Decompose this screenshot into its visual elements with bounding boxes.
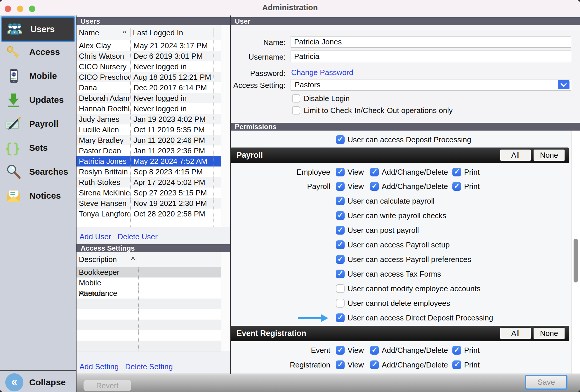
users-panel-header: Users bbox=[77, 17, 230, 25]
event-registration-all-button[interactable]: All bbox=[500, 328, 531, 339]
table-row[interactable]: CICO PreschoolAug 18 2015 12:21 PM bbox=[77, 72, 221, 82]
delete-user-link[interactable]: Delete User bbox=[117, 232, 157, 241]
envelope-icon bbox=[5, 188, 22, 204]
download-arrow-icon bbox=[5, 92, 22, 108]
sidebar-item-label: Notices bbox=[29, 191, 61, 201]
svg-text:}: } bbox=[14, 141, 19, 155]
deposit-processing-checkbox[interactable] bbox=[336, 135, 345, 144]
sidebar-item-users[interactable]: Users bbox=[1, 16, 75, 42]
table-row[interactable]: Hannah RoethleNever logged in bbox=[77, 103, 221, 114]
svg-text:{: { bbox=[6, 141, 11, 155]
table-row[interactable]: Steve HansenNov 19 2021 2:30 PM bbox=[77, 198, 221, 209]
list-item[interactable] bbox=[77, 299, 221, 309]
key-icon bbox=[5, 44, 22, 60]
disable-login-checkbox[interactable] bbox=[292, 94, 300, 103]
table-row[interactable]: Pastor DeanJan 11 2023 2:36 PM bbox=[77, 145, 221, 156]
description-column-header[interactable]: Description^ bbox=[77, 255, 139, 264]
access-setting-dropdown[interactable]: Pastors bbox=[291, 79, 571, 91]
event-print-checkbox[interactable] bbox=[452, 346, 461, 355]
event-acd-checkbox[interactable] bbox=[370, 346, 379, 355]
event-view-checkbox[interactable] bbox=[336, 346, 345, 355]
list-item[interactable] bbox=[77, 309, 221, 320]
table-row[interactable]: Tonya LangfordOct 28 2020 2:58 PM bbox=[77, 209, 221, 219]
permissions-header: Permissions bbox=[231, 123, 580, 131]
table-row[interactable]: Judy JamesJan 19 2023 4:02 PM bbox=[77, 114, 221, 124]
add-setting-link[interactable]: Add Setting bbox=[79, 362, 119, 371]
collapse-button[interactable]: « bbox=[5, 373, 23, 391]
table-row[interactable]: Roslyn BrittainSep 8 2023 4:15 PM bbox=[77, 166, 221, 177]
user-panel-header: User bbox=[231, 17, 580, 25]
registration-view-checkbox[interactable] bbox=[336, 360, 345, 369]
last-logged-in-column-header[interactable]: Last Logged In bbox=[131, 28, 213, 37]
save-button[interactable]: Save bbox=[526, 376, 566, 388]
list-item[interactable] bbox=[77, 330, 221, 341]
list-item[interactable]: Bookkeeper bbox=[77, 267, 221, 277]
list-item[interactable]: Mobile Attendance bbox=[77, 277, 221, 288]
sidebar-item-payroll[interactable]: Payroll bbox=[0, 116, 76, 132]
payroll-preferences-checkbox[interactable] bbox=[336, 255, 345, 264]
sidebar-item-access[interactable]: Access bbox=[0, 44, 76, 60]
event-registration-none-button[interactable]: None bbox=[534, 328, 565, 339]
permission-option-row: User cannot modify employee accounts bbox=[231, 283, 572, 294]
change-password-link[interactable]: Change Password bbox=[291, 68, 353, 77]
list-item[interactable] bbox=[77, 320, 221, 330]
payroll-acd-checkbox[interactable] bbox=[370, 182, 379, 191]
deposit-processing-label: User can access Deposit Processing bbox=[348, 134, 471, 145]
table-row[interactable]: Ruth StokesApr 17 2024 5:02 PM bbox=[77, 177, 221, 188]
username-field[interactable] bbox=[291, 51, 571, 62]
titlebar: Administration bbox=[0, 0, 580, 16]
table-row[interactable]: CICO NurseryNever logged in bbox=[77, 61, 221, 72]
name-column-header[interactable]: Name^ bbox=[77, 28, 131, 37]
table-row-selected[interactable]: Patricia JonesMay 22 2024 7:52 AM bbox=[77, 156, 221, 166]
sidebar-item-notices[interactable]: Notices bbox=[0, 188, 76, 204]
users-table-scrollbar[interactable] bbox=[221, 25, 230, 227]
event-permission-row: Event View Add/Change/Delete Print bbox=[231, 344, 572, 356]
registration-acd-checkbox[interactable] bbox=[370, 360, 379, 369]
limit-checkin-label: Limit to Check-In/Check-Out operations o… bbox=[304, 105, 453, 116]
payroll-view-checkbox[interactable] bbox=[336, 182, 345, 191]
registration-print-checkbox[interactable] bbox=[452, 360, 461, 369]
employee-acd-checkbox[interactable] bbox=[370, 168, 379, 176]
add-user-link[interactable]: Add User bbox=[79, 232, 111, 241]
payroll-none-button[interactable]: None bbox=[534, 150, 565, 161]
delete-setting-link[interactable]: Delete Setting bbox=[125, 362, 173, 371]
payroll-print-checkbox[interactable] bbox=[452, 182, 461, 191]
table-row[interactable]: DanaDec 20 2017 6:14 PM bbox=[77, 82, 221, 93]
list-item[interactable] bbox=[77, 341, 221, 351]
calculate-payroll-checkbox[interactable] bbox=[336, 197, 345, 205]
mobile-phone-icon bbox=[5, 68, 22, 84]
sidebar-item-searches[interactable]: Searches bbox=[0, 164, 76, 180]
sidebar-item-label: Sets bbox=[29, 143, 48, 153]
disable-login-label: Disable Login bbox=[304, 93, 350, 104]
table-row[interactable]: Lucille AllenOct 11 2019 5:35 PM bbox=[77, 124, 221, 135]
sidebar-item-updates[interactable]: Updates bbox=[0, 92, 76, 108]
scrollbar-thumb[interactable] bbox=[574, 239, 578, 282]
revert-button[interactable]: Revert bbox=[84, 380, 131, 391]
limit-checkin-checkbox[interactable] bbox=[292, 106, 300, 115]
post-payroll-checkbox[interactable] bbox=[336, 226, 345, 235]
payroll-setup-checkbox[interactable] bbox=[336, 240, 345, 249]
employee-view-checkbox[interactable] bbox=[336, 168, 345, 176]
table-row[interactable]: Alex ClayMay 21 2024 3:17 PM bbox=[77, 40, 221, 51]
collapse-label[interactable]: Collapse bbox=[29, 377, 66, 387]
payroll-all-button[interactable]: All bbox=[500, 150, 531, 161]
cannot-modify-employee-accounts-checkbox[interactable] bbox=[336, 284, 345, 293]
tax-forms-checkbox[interactable] bbox=[336, 270, 345, 278]
permission-option-row: User can access Tax Forms bbox=[231, 268, 572, 280]
chevron-down-icon[interactable] bbox=[558, 80, 569, 89]
direct-deposit-checkbox[interactable] bbox=[336, 313, 345, 322]
employee-print-checkbox[interactable] bbox=[452, 168, 461, 176]
access-settings-scrollbar[interactable] bbox=[221, 252, 230, 351]
table-row[interactable]: Mary BradleyJun 11 2020 2:46 PM bbox=[77, 135, 221, 145]
cannot-delete-employees-checkbox[interactable] bbox=[336, 299, 345, 308]
list-item[interactable]: Pastors bbox=[77, 288, 221, 299]
sidebar-item-mobile[interactable]: Mobile bbox=[0, 68, 76, 84]
sidebar-item-label: Payroll bbox=[29, 119, 58, 129]
name-field[interactable] bbox=[291, 36, 571, 48]
table-row[interactable]: Chris WatsonDec 6 2019 3:01 PM bbox=[77, 51, 221, 61]
write-payroll-checks-checkbox[interactable] bbox=[336, 211, 345, 220]
users-table-header: Name^ Last Logged In bbox=[77, 25, 221, 41]
table-row[interactable]: Deborah AdamsNever logged in bbox=[77, 93, 221, 103]
table-row[interactable]: Sirena McKinleySep 27 2023 5:15 PM bbox=[77, 188, 221, 198]
sidebar-item-sets[interactable]: { } Sets bbox=[0, 140, 76, 156]
